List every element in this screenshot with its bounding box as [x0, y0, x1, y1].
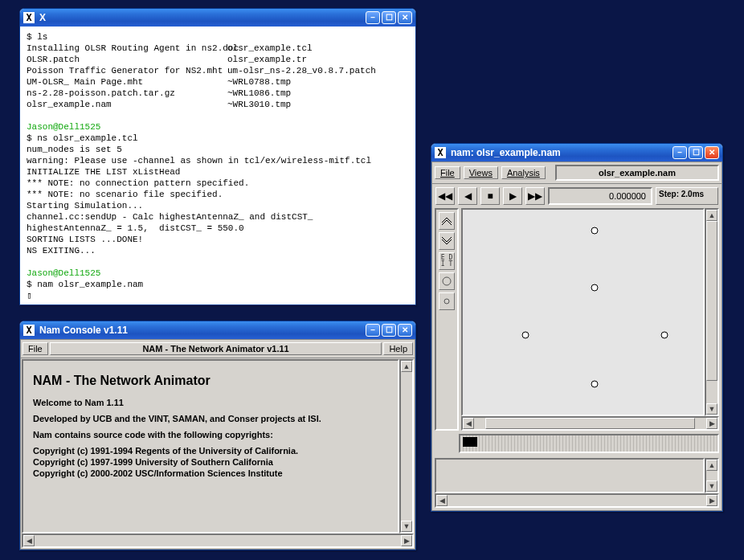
log-pane — [435, 458, 705, 493]
help-menu[interactable]: Help — [383, 342, 413, 355]
term-line: um-olsr_ns-2.28_v0.8.7.patch — [227, 65, 376, 76]
scroll-left-icon[interactable]: ◀ — [23, 535, 35, 546]
maximize-button[interactable]: ☐ — [689, 146, 703, 159]
term-line: ns-2.28-poisson.patch.tar.gz — [27, 88, 227, 99]
zoom-out-icon — [441, 236, 452, 246]
nam-console-text: NAM - The Network Animator Welcome to Na… — [22, 359, 399, 533]
nam-body: File Views Analysis olsr_example.nam ◀◀ … — [431, 161, 722, 511]
network-node[interactable] — [591, 380, 599, 387]
nam-console-window[interactable]: X Nam Console v1.11 – ☐ ✕ File NAM - The… — [19, 321, 416, 550]
term-line: UM-OLSR_ Main Page.mht — [27, 76, 227, 88]
nam-console-body: File NAM - The Network Animator v1.11 He… — [20, 339, 415, 550]
scroll-right-icon[interactable]: ▶ — [401, 535, 412, 546]
vertical-scrollbar[interactable]: ▲ ▼ — [399, 359, 414, 533]
nam-console-menubar: File NAM - The Network Animator v1.11 He… — [21, 340, 415, 358]
terminal-body[interactable]: $ ls Installing OLSR Routing Agent in ns… — [20, 27, 415, 305]
scroll-up-icon[interactable]: ▲ — [706, 460, 717, 471]
copyright-line: Copyright (c) 1997-1999 University of So… — [33, 457, 388, 467]
svg-point-0 — [443, 277, 451, 285]
log-vertical-scrollbar[interactable]: ▲ ▼ — [705, 458, 719, 493]
time-ruler[interactable] — [459, 434, 719, 453]
term-line: *** NOTE: no scenario file specified. — [27, 190, 223, 199]
term-line: channel.cc:sendUp - Calc highestAntennaZ… — [27, 212, 313, 222]
term-line: $ ns olsr_example.tcl — [27, 133, 138, 143]
terminal-window[interactable]: X X – ☐ ✕ $ ls Installing OLSR Routing A… — [19, 8, 416, 305]
term-line: Installing OLSR Routing Agent in ns2.doc — [27, 43, 227, 54]
nam-console-content-shell: NAM - The Network Animator Welcome to Na… — [21, 358, 415, 549]
zoom-out-button[interactable] — [439, 232, 455, 250]
rewind-button[interactable]: ◀◀ — [435, 187, 455, 205]
developed-line: Developed by UCB and the VINT, SAMAN, an… — [33, 414, 388, 423]
network-canvas[interactable] — [461, 208, 705, 416]
side-toolbar: E D I T — [435, 208, 459, 431]
nam-console-titlebar[interactable]: X Nam Console v1.11 – ☐ ✕ — [20, 321, 415, 339]
playback-controls: ◀◀ ◀ ■ ▶ ▶▶ 0.000000 Step: 2.0ms — [432, 184, 722, 208]
copyright-line: Copyright (c) 1991-1994 Regents of the U… — [33, 446, 388, 456]
scroll-up-icon[interactable]: ▲ — [706, 210, 717, 221]
term-line: warning: Please use -channel as shown in… — [27, 156, 371, 166]
terminal-title: X — [39, 12, 364, 23]
small-circle-icon — [443, 297, 451, 305]
circle-tool-button[interactable] — [439, 272, 455, 290]
term-line: highestAntennaZ_ = 1.5, distCST_ = 550.0 — [27, 223, 244, 233]
term-line: $ nam olsr_example.nam — [27, 280, 143, 289]
zoom-in-button[interactable] — [439, 212, 455, 230]
file-menu[interactable]: File — [435, 166, 460, 179]
nam-animator-window[interactable]: X nam: olsr_example.nam – ☐ ✕ File Views… — [431, 143, 723, 512]
network-node[interactable] — [661, 331, 668, 338]
nam-window-title: nam: olsr_example.nam — [451, 147, 671, 158]
x-glyph-icon: X — [23, 325, 35, 336]
maximize-button[interactable]: ☐ — [382, 11, 396, 24]
welcome-line: Welcome to Nam 1.11 — [33, 398, 388, 407]
network-node[interactable] — [591, 227, 599, 234]
term-line: ~WRL0788.tmp — [227, 76, 291, 88]
close-button[interactable]: ✕ — [398, 11, 412, 24]
term-line: Poisson Traffic Generator for NS2.mht — [27, 65, 227, 76]
term-cursor: ▯ — [27, 291, 32, 300]
stop-button[interactable]: ■ — [480, 187, 500, 205]
scroll-left-icon[interactable]: ◀ — [463, 418, 474, 429]
log-horizontal-scrollbar[interactable]: ◀ ▶ — [435, 493, 719, 508]
scroll-down-icon[interactable]: ▼ — [706, 480, 717, 492]
term-line: $ ls — [27, 32, 47, 42]
step-display[interactable]: Step: 2.0ms — [656, 187, 718, 205]
filename-label: olsr_example.nam — [555, 165, 719, 181]
close-button[interactable]: ✕ — [705, 146, 719, 159]
views-menu[interactable]: Views — [464, 166, 498, 179]
term-line: ~WRL1086.tmp — [227, 88, 291, 99]
minimize-button[interactable]: – — [366, 324, 380, 337]
minimize-button[interactable]: – — [366, 11, 380, 24]
play-button[interactable]: ▶ — [503, 187, 522, 205]
file-menu[interactable]: File — [22, 342, 48, 355]
fast-forward-button[interactable]: ▶▶ — [525, 187, 545, 205]
edit-button[interactable]: E D I T — [439, 252, 455, 270]
canvas-horizontal-scrollbar[interactable]: ◀ ▶ — [461, 416, 719, 431]
minimize-button[interactable]: – — [672, 146, 687, 159]
x-glyph-icon: X — [435, 147, 446, 158]
scroll-left-icon[interactable]: ◀ — [436, 495, 448, 506]
network-node[interactable] — [521, 331, 529, 338]
term-line: ~WRL3010.tmp — [227, 99, 291, 110]
term-line: SORTING LISTS ...DONE! — [27, 235, 143, 244]
close-button[interactable]: ✕ — [398, 324, 412, 337]
scroll-right-icon[interactable]: ▶ — [706, 495, 717, 506]
term-line: OLSR.patch — [27, 54, 227, 65]
maximize-button[interactable]: ☐ — [382, 324, 396, 337]
canvas-vertical-scrollbar[interactable]: ▲ ▼ — [705, 208, 719, 416]
term-prompt: Jason@Dell1525 — [27, 268, 100, 278]
nam-heading: NAM - The Network Animator — [33, 374, 388, 388]
terminal-titlebar[interactable]: X X – ☐ ✕ — [20, 9, 415, 27]
scroll-down-icon[interactable]: ▼ — [401, 521, 412, 532]
x-glyph-icon: X — [23, 12, 35, 23]
scroll-down-icon[interactable]: ▼ — [706, 403, 717, 415]
step-back-button[interactable]: ◀ — [458, 187, 477, 205]
circle-icon — [442, 276, 452, 286]
network-node[interactable] — [591, 284, 599, 291]
horizontal-scrollbar[interactable]: ◀ ▶ — [22, 533, 414, 548]
analysis-menu[interactable]: Analysis — [501, 166, 546, 179]
small-circle-tool-button[interactable] — [439, 292, 455, 310]
nam-titlebar[interactable]: X nam: olsr_example.nam – ☐ ✕ — [431, 144, 722, 161]
term-prompt: Jason@Dell1525 — [27, 122, 100, 132]
scroll-up-icon[interactable]: ▲ — [401, 361, 412, 372]
scroll-right-icon[interactable]: ▶ — [706, 418, 717, 429]
